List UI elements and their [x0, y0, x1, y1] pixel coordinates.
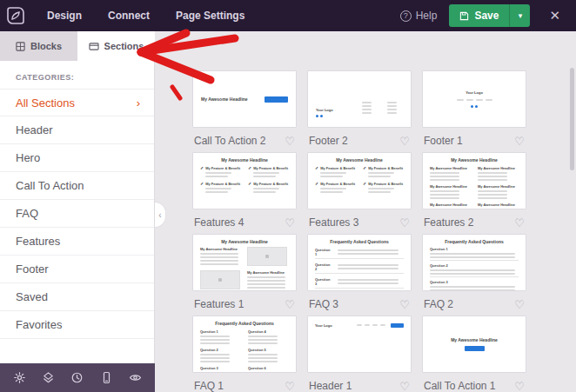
blocks-icon [16, 42, 25, 51]
sections-gallery: My Awesome HeadlineCall To Action 2♡Your… [155, 31, 576, 392]
mobile-preview-icon[interactable] [95, 367, 117, 389]
close-icon[interactable]: ✕ [542, 8, 567, 23]
settings-gear-icon[interactable] [9, 367, 31, 389]
scrollbar-thumb[interactable] [570, 68, 574, 170]
category-label: Favorites [16, 318, 62, 331]
section-thumbnail-footer-1[interactable]: Your Logo [422, 70, 526, 128]
favorite-heart-icon[interactable]: ♡ [399, 136, 410, 147]
favorite-heart-icon[interactable]: ♡ [514, 381, 525, 392]
sidebar-tabs: Blocks Sections [0, 31, 155, 61]
section-thumbnail-call-to-action-1[interactable]: My Awesome Headline [422, 316, 526, 373]
section-template-grid: My Awesome HeadlineCall To Action 2♡Your… [192, 70, 526, 392]
section-label: Call To Action 1 [424, 380, 496, 392]
sidebar-item-hero[interactable]: Hero [0, 144, 154, 172]
sections-icon [89, 42, 99, 51]
favorite-heart-icon[interactable]: ♡ [285, 217, 295, 229]
favorite-heart-icon[interactable]: ♡ [285, 381, 295, 392]
section-template-cell: Frequently Asked Questions Question 1 Qu… [307, 234, 412, 316]
favorite-heart-icon[interactable]: ♡ [285, 136, 295, 147]
categories-label: CATEGORIES: [0, 61, 154, 89]
sidebar-item-call-to-action[interactable]: Call To Action [0, 172, 154, 200]
sidebar-item-saved[interactable]: Saved [0, 283, 154, 311]
category-label: Features [16, 235, 60, 248]
favorite-heart-icon[interactable]: ♡ [514, 217, 525, 229]
save-button[interactable]: Save [449, 4, 509, 27]
menu-connect[interactable]: Connect [108, 10, 150, 22]
section-label: Footer 2 [309, 135, 348, 147]
menu-page-settings[interactable]: Page Settings [176, 10, 244, 22]
category-label: Saved [16, 290, 48, 303]
help-label: Help [416, 10, 438, 22]
category-list: All Sections›HeaderHeroCall To ActionFAQ… [0, 89, 154, 339]
caret-down-icon: ▾ [519, 11, 523, 20]
sidebar-item-all-sections[interactable]: All Sections› [0, 89, 154, 116]
section-thumbnail-faq-2[interactable]: Frequently Asked Questions Question 1Que… [422, 234, 526, 291]
save-dropdown-caret[interactable]: ▾ [509, 4, 530, 27]
category-label: Call To Action [16, 179, 84, 192]
tab-sections[interactable]: Sections [77, 31, 155, 61]
section-template-cell: My Awesome Headline✓My Feature & Benefit… [192, 152, 297, 234]
section-thumbnail-features-2[interactable]: My Awesome Headline My Awesome HeadlineM… [422, 152, 526, 209]
category-label: All Sections [16, 96, 75, 110]
chevron-right-icon: › [137, 96, 140, 110]
sidebar-item-header[interactable]: Header [0, 116, 154, 144]
sidebar-item-footer[interactable]: Footer [0, 256, 154, 283]
section-template-cell: My Awesome HeadlineCall To Action 2♡ [192, 70, 297, 152]
favorite-heart-icon[interactable]: ♡ [285, 299, 295, 310]
section-thumbnail-header-1[interactable]: Your Logo [307, 316, 412, 373]
history-clock-icon[interactable] [66, 367, 89, 389]
favorite-heart-icon[interactable]: ♡ [399, 381, 410, 392]
section-template-cell: My Awesome HeadlineCall To Action 1♡ [422, 316, 526, 392]
favorite-heart-icon[interactable]: ♡ [514, 299, 525, 310]
section-template-cell: My Awesome Headline My Awesome Headline … [192, 234, 297, 316]
chevron-left-icon: ‹ [158, 210, 161, 220]
section-template-cell: My Awesome Headline My Awesome HeadlineM… [422, 152, 526, 234]
section-label: Features 1 [194, 298, 244, 310]
question-icon: ? [400, 10, 412, 22]
section-thumbnail-features-3[interactable]: My Awesome Headline✓My Feature & Benefit… [307, 152, 412, 209]
section-label: Footer 1 [424, 135, 463, 147]
tab-blocks[interactable]: Blocks [0, 31, 77, 61]
favorite-heart-icon[interactable]: ♡ [514, 136, 525, 147]
eye-preview-icon[interactable] [124, 367, 146, 389]
section-label: FAQ 1 [194, 380, 224, 392]
section-thumbnail-faq-3[interactable]: Frequently Asked Questions Question 1 Qu… [307, 234, 412, 291]
topbar-menu: Design Connect Page Settings [47, 10, 244, 22]
category-label: Footer [16, 262, 49, 276]
section-thumbnail-faq-1[interactable]: Frequently Asked Questions Question 1Que… [192, 316, 297, 373]
section-label: Features 2 [424, 216, 473, 229]
section-label: Call To Action 2 [194, 135, 266, 147]
section-thumbnail-footer-2[interactable]: Your Logo [307, 70, 412, 128]
sidebar-item-faq[interactable]: FAQ [0, 200, 154, 228]
category-label: Header [16, 123, 53, 136]
bottom-toolbar [0, 363, 155, 392]
favorite-heart-icon[interactable]: ♡ [399, 299, 410, 310]
seedprod-logo [0, 0, 31, 31]
section-template-cell: Frequently Asked Questions Question 1Que… [192, 316, 297, 392]
sections-sidebar: CATEGORIES: All Sections›HeaderHeroCall … [0, 61, 155, 363]
category-label: FAQ [16, 207, 38, 220]
section-thumbnail-features-1[interactable]: My Awesome Headline My Awesome Headline … [192, 234, 297, 291]
section-label: Features 4 [194, 216, 244, 229]
section-label: FAQ 3 [309, 298, 338, 310]
sidebar-item-favorites[interactable]: Favorites [0, 311, 154, 339]
top-bar: Design Connect Page Settings ? Help Save… [0, 0, 576, 31]
section-label: Features 3 [309, 216, 358, 229]
section-thumbnail-call-to-action-2[interactable]: My Awesome Headline [192, 70, 297, 128]
help-button[interactable]: ? Help [400, 10, 438, 22]
section-template-cell: My Awesome Headline✓My Feature & Benefit… [307, 152, 412, 234]
section-thumbnail-features-4[interactable]: My Awesome Headline✓My Feature & Benefit… [192, 152, 297, 209]
section-template-cell: Frequently Asked Questions Question 1Que… [422, 234, 526, 316]
section-template-cell: Your Logo Footer 2♡ [307, 70, 412, 152]
sidebar-item-features[interactable]: Features [0, 228, 154, 256]
section-template-cell: Your Logo Footer 1♡ [422, 70, 526, 152]
menu-design[interactable]: Design [47, 10, 82, 22]
favorite-heart-icon[interactable]: ♡ [399, 217, 410, 229]
save-disk-icon [459, 11, 469, 21]
category-label: Hero [16, 151, 40, 164]
section-label: Header 1 [309, 380, 352, 392]
section-label: FAQ 2 [424, 298, 453, 310]
section-template-cell: Your Logo Header 1♡ [307, 316, 412, 392]
layers-icon[interactable] [37, 367, 60, 389]
